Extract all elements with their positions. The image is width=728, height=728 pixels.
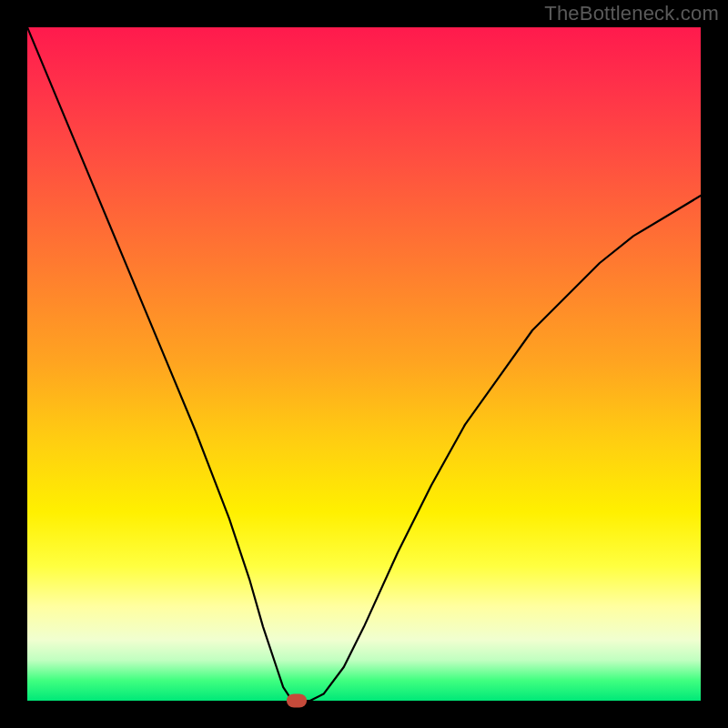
bottleneck-curve bbox=[27, 27, 701, 701]
plot-area bbox=[27, 27, 701, 701]
optimum-marker bbox=[287, 694, 307, 708]
chart-frame: TheBottleneck.com bbox=[0, 0, 728, 728]
watermark-label: TheBottleneck.com bbox=[544, 2, 719, 25]
